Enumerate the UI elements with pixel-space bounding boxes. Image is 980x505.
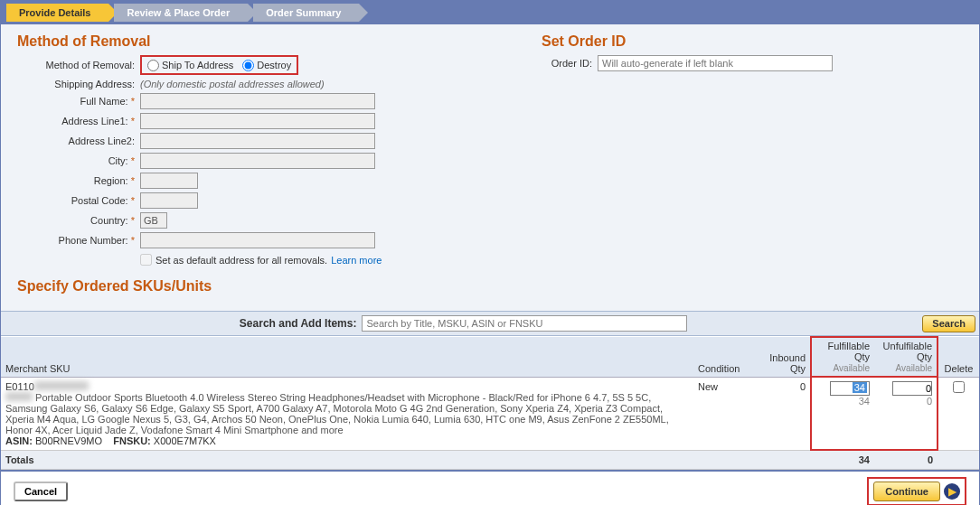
full-name-label: Full Name: * (17, 96, 140, 107)
order-id-label: Order ID: (542, 58, 598, 69)
country-input[interactable] (140, 212, 167, 229)
search-button[interactable]: Search (922, 315, 975, 332)
totals-row: Totals 34 0 (1, 450, 979, 470)
cell-delete (938, 377, 979, 450)
cancel-button[interactable]: Cancel (14, 482, 68, 501)
radio-ship-input[interactable] (147, 60, 159, 71)
th-msku: Merchant SKU (1, 337, 693, 377)
addr1-label: Address Line1: * (17, 116, 140, 126)
page-container: Provide Details Review & Place Order Ord… (0, 0, 980, 505)
default-label: Set as default address for all removals. (155, 255, 327, 266)
th-inbound: Inbound Qty (757, 337, 811, 377)
phone-label: Phone Number: * (17, 235, 140, 246)
default-checkbox[interactable] (140, 254, 152, 266)
delete-checkbox[interactable] (953, 381, 965, 393)
order-id-heading: Set Order ID (542, 33, 963, 50)
step-provide-details[interactable]: Provide Details (6, 4, 108, 22)
shipping-address-label: Shipping Address: (17, 79, 140, 89)
skus-heading: Specify Ordered SKUs/Units (17, 278, 963, 295)
continue-highlight: Continue ▶ (867, 477, 966, 505)
redacted-desc (5, 392, 33, 401)
region-label: Region: * (17, 175, 140, 186)
removal-section: Method of Removal Method of Removal: Shi… (17, 33, 505, 269)
sku-table: Merchant SKU Condition Inbound Qty Fulfi… (1, 336, 979, 470)
th-unfulfillable: Unfulfilable QtyAvailable (874, 337, 938, 377)
city-label: City: * (17, 155, 140, 166)
fulfillable-available: 34 (816, 396, 870, 407)
addr2-input[interactable] (140, 133, 375, 149)
unfulfillable-input[interactable] (892, 381, 932, 396)
content: Method of Removal Method of Removal: Shi… (1, 24, 979, 305)
cell-fulfillable: 34 34 (811, 377, 874, 450)
cell-condition: New (693, 377, 757, 450)
addr1-input[interactable] (140, 113, 375, 129)
postal-input[interactable] (140, 192, 198, 209)
continue-button[interactable]: Continue (873, 482, 940, 501)
asin-label: ASIN: (5, 435, 33, 446)
removal-heading: Method of Removal (17, 33, 505, 50)
country-label: Country: * (17, 215, 140, 226)
learn-more-link[interactable]: Learn more (331, 255, 382, 266)
sku-value: E0110 (5, 381, 34, 392)
radio-ship[interactable]: Ship To Address (147, 60, 233, 71)
step-bar: Provide Details Review & Place Order Ord… (1, 1, 979, 24)
totals-unfulfillable: 0 (874, 450, 938, 470)
search-bar: Search and Add Items: Search (1, 311, 979, 336)
postal-label: Postal Code: * (17, 195, 140, 206)
th-delete: Delete (938, 337, 979, 377)
product-desc: Portable Outdoor Sports Bluetooth 4.0 Wi… (5, 392, 669, 435)
cell-unfulfillable: 0 (874, 377, 938, 450)
redacted-sku (34, 381, 89, 390)
unfulfillable-available: 0 (879, 396, 932, 407)
fnsku-value: X000E7M7KX (154, 435, 216, 446)
fulfillable-input[interactable]: 34 (853, 382, 867, 393)
city-input[interactable] (140, 153, 375, 169)
full-name-input[interactable] (140, 93, 375, 109)
method-radio-highlight: Ship To Address Destroy (140, 55, 298, 75)
th-fulfillable: Fulfillable QtyAvailable (811, 337, 874, 377)
search-input[interactable] (362, 315, 687, 332)
radio-destroy[interactable]: Destroy (242, 60, 291, 71)
step-summary[interactable]: Order Summary (253, 4, 359, 22)
method-label: Method of Removal: (17, 60, 140, 70)
order-id-section: Set Order ID Order ID: (542, 33, 963, 269)
search-label: Search and Add Items: (240, 317, 357, 330)
step-review[interactable]: Review & Place Order (114, 4, 248, 22)
bottom-bar: Cancel Continue ▶ (1, 470, 979, 505)
phone-input[interactable] (140, 232, 375, 248)
totals-label: Totals (1, 450, 693, 470)
addr2-label: Address Line2: (17, 136, 140, 146)
cell-inbound: 0 (757, 377, 811, 450)
table-row: E0110 Portable Outdoor Sports Bluetooth … (1, 377, 979, 450)
fnsku-label: FNSKU: (113, 435, 151, 446)
order-id-input[interactable] (598, 55, 833, 71)
arrow-right-icon: ▶ (944, 483, 960, 500)
cell-msku: E0110 Portable Outdoor Sports Bluetooth … (1, 377, 693, 450)
radio-destroy-input[interactable] (242, 60, 254, 71)
shipping-address-note: (Only domestic postal addresses allowed) (140, 79, 325, 89)
th-condition: Condition (693, 337, 757, 377)
region-input[interactable] (140, 173, 198, 189)
asin-value: B00RNEV9MO (35, 435, 102, 446)
totals-fulfillable: 34 (811, 450, 874, 470)
